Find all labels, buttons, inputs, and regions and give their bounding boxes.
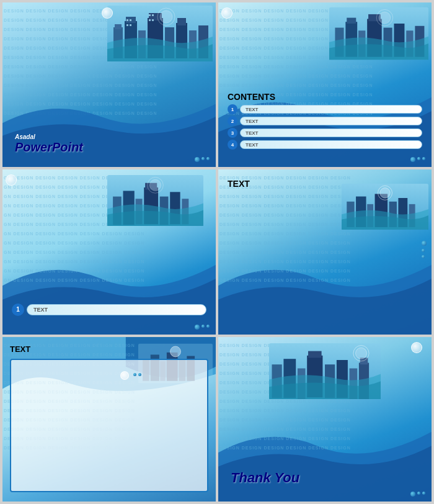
content-num-2: 2 xyxy=(228,116,237,126)
svg-rect-19 xyxy=(149,19,151,21)
content-row-4: 4 TEXT xyxy=(228,140,422,150)
city-image xyxy=(107,6,213,61)
wave-bg-s4 xyxy=(218,244,432,335)
slide-section: GN DESIGN DESIGN DESIGN DESIGN DESIGN DE… xyxy=(2,169,216,334)
bubble-top-s3 xyxy=(6,174,17,186)
ball3 xyxy=(422,492,425,495)
ball2 xyxy=(417,492,420,495)
slide4-title: TEXT xyxy=(228,179,250,189)
balls-s5 xyxy=(133,373,141,376)
city-image-s6 xyxy=(269,340,381,402)
slide-textbox: DESIGN DESIGN DESIGN DESIGN DESIGN DESIG… xyxy=(2,337,216,502)
content-text-4: TEXT xyxy=(246,142,258,148)
watermark-row8: DESIGN DESIGN DESIGN DESIGN DESIGN DESIG… xyxy=(4,74,157,78)
section-text: TEXT xyxy=(33,307,48,313)
svg-rect-2 xyxy=(115,24,122,29)
svg-rect-26 xyxy=(347,18,356,24)
bubble-top xyxy=(221,7,232,19)
section-bar: 1 TEXT xyxy=(12,304,206,316)
svg-rect-13 xyxy=(126,19,128,21)
wave-bg xyxy=(2,85,216,168)
content-num-4: 4 xyxy=(228,140,237,150)
svg-rect-20 xyxy=(152,19,154,21)
content-num-1: 1 xyxy=(228,104,237,114)
ball3 xyxy=(206,325,210,328)
ball3 xyxy=(206,157,210,160)
city-image-s2 xyxy=(329,6,428,61)
slide-thankyou: DESIGN DESIGN DESIGN DESIGN DESIGN DESIG… xyxy=(218,337,432,502)
ball1 xyxy=(410,157,415,162)
slide-text: DESIGN DESIGN DESIGN DESIGN DESIGN DESIG… xyxy=(218,169,432,334)
content-text-1: TEXT xyxy=(246,107,258,112)
content-box xyxy=(10,359,208,492)
wave-bg-s6 xyxy=(218,411,432,502)
section-num: 1 xyxy=(12,304,24,316)
svg-rect-18 xyxy=(152,14,154,16)
title-area: Asadal PowerPoint xyxy=(15,133,83,155)
svg-rect-17 xyxy=(149,14,151,16)
brand-name: Asadal xyxy=(15,133,83,140)
ball1 xyxy=(422,241,427,246)
decorative-balls-s4 xyxy=(422,241,427,258)
wave-bg-s3 xyxy=(2,244,216,335)
city-image-s3 xyxy=(107,173,203,228)
content-text-3: TEXT xyxy=(246,130,258,136)
content-bar-2: TEXT xyxy=(240,117,422,125)
ball3 xyxy=(422,255,425,258)
content-row-1: 1 TEXT xyxy=(228,104,422,114)
ball1 xyxy=(195,325,200,330)
svg-point-35 xyxy=(379,12,391,24)
svg-rect-14 xyxy=(130,19,131,21)
svg-point-64 xyxy=(170,346,181,357)
section-bar-inner: TEXT xyxy=(27,304,206,315)
ball2 xyxy=(422,249,425,252)
decorative-balls-s2 xyxy=(410,157,425,162)
svg-point-22 xyxy=(160,11,172,23)
main-title: PowerPoint xyxy=(15,140,83,155)
slide5-title: TEXT xyxy=(10,344,30,354)
contents-label: CONTENTS xyxy=(228,92,422,102)
svg-rect-70 xyxy=(308,351,322,358)
decorative-balls xyxy=(195,157,210,162)
content-num-3: 3 xyxy=(228,128,237,138)
watermark-row7: DESIGN DESIGN DESIGN DESIGN DESIGN DESIG… xyxy=(4,65,157,69)
slide-contents: DESIGN DESIGN DESIGN DESIGN DESIGN DESIG… xyxy=(218,2,432,167)
decorative-balls-s6 xyxy=(410,492,425,497)
svg-rect-15 xyxy=(126,24,128,26)
content-row-3: 3 TEXT xyxy=(228,128,422,138)
city-image-s4 xyxy=(342,176,428,238)
content-row-2: 2 TEXT xyxy=(228,116,422,126)
ball2 xyxy=(202,157,205,160)
content-bar-1: TEXT xyxy=(240,105,422,114)
ball2 xyxy=(417,157,420,160)
ball2 xyxy=(202,325,205,328)
svg-rect-10 xyxy=(177,18,186,25)
svg-point-56 xyxy=(380,188,390,198)
thank-you-text: Thank You xyxy=(231,470,299,486)
bubble-s6 xyxy=(411,342,422,353)
slide-title: DESIGN DESIGN DESIGN DESIGN DESIGN DESIG… xyxy=(2,2,216,167)
svg-rect-16 xyxy=(130,24,131,26)
bubble-deco xyxy=(102,7,113,19)
content-bar-4: TEXT xyxy=(240,140,422,149)
contents-area: CONTENTS 1 TEXT 2 TEXT 3 TEXT 4 TEXT xyxy=(228,92,422,151)
svg-point-46 xyxy=(149,180,161,191)
ball3 xyxy=(422,157,425,160)
decorative-balls-s3 xyxy=(195,325,210,330)
ball1 xyxy=(195,157,200,162)
ball1 xyxy=(410,492,415,497)
content-text-2: TEXT xyxy=(246,119,258,124)
content-bar-3: TEXT xyxy=(240,128,422,137)
svg-point-77 xyxy=(356,348,367,359)
